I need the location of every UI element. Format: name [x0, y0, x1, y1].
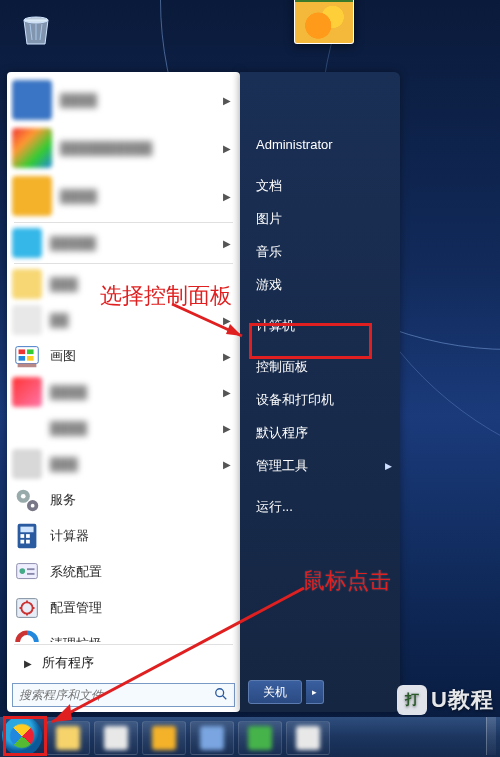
jump-list-arrow-icon: ▶: [221, 387, 233, 398]
right-item-run[interactable]: 运行...: [240, 490, 400, 523]
recycle-bin[interactable]: [12, 8, 60, 60]
right-item-label: 管理工具: [256, 457, 308, 475]
program-item-9[interactable]: ███▶: [10, 446, 237, 482]
right-item-admin-tools[interactable]: 管理工具▶: [240, 449, 400, 482]
program-label: ███: [50, 457, 213, 472]
shutdown-options-arrow[interactable]: ▸: [306, 680, 324, 704]
svg-point-26: [216, 688, 224, 696]
right-item-computer[interactable]: 计算机: [240, 309, 400, 342]
taskbar-item-app-5[interactable]: [238, 721, 282, 755]
program-item-0[interactable]: ████▶: [10, 76, 237, 124]
start-menu-left-pane: ████▶██████████▶████▶█████▶█████▶画图▶████…: [7, 72, 240, 712]
program-item-5[interactable]: ██▶: [10, 302, 237, 338]
svg-rect-4: [19, 356, 26, 361]
right-item-label: 游戏: [256, 276, 282, 294]
taskbar-icon: [56, 726, 80, 750]
program-item-6[interactable]: 画图▶: [10, 338, 237, 374]
search-input[interactable]: [19, 688, 214, 702]
search-box[interactable]: [12, 683, 235, 707]
program-label: 服务: [50, 491, 233, 509]
shutdown-label: 关机: [263, 684, 287, 701]
svg-point-10: [31, 504, 35, 508]
program-item-11[interactable]: 计算器: [10, 518, 237, 554]
watermark: 打 U教程: [397, 685, 494, 715]
right-item-label: 运行...: [256, 498, 293, 516]
right-item-pictures[interactable]: 图片: [240, 202, 400, 235]
program-label: 画图: [50, 347, 213, 365]
program-label: ████: [50, 421, 213, 436]
right-item-games[interactable]: 游戏: [240, 268, 400, 301]
jump-list-arrow-icon: ▶: [221, 95, 233, 106]
username-label: Administrator: [256, 137, 333, 152]
triangle-icon: ▶: [24, 658, 32, 669]
program-label: ███: [50, 277, 233, 292]
taskbar-item-app-6[interactable]: [286, 721, 330, 755]
program-label: ████: [50, 385, 213, 400]
program-item-14[interactable]: 清理垃圾: [10, 626, 237, 642]
start-menu: ████▶██████████▶████▶█████▶█████▶画图▶████…: [7, 72, 400, 722]
program-label: 配置管理: [50, 599, 233, 617]
program-label: 计算器: [50, 527, 233, 545]
svg-line-27: [223, 695, 227, 699]
show-desktop-button[interactable]: [486, 717, 496, 755]
program-icon: [12, 377, 42, 407]
svg-rect-16: [26, 540, 30, 544]
program-list: ████▶██████████▶████▶█████▶█████▶画图▶████…: [10, 76, 237, 642]
svg-rect-20: [27, 573, 35, 575]
taskbar: [0, 717, 500, 757]
right-item-documents[interactable]: 文档: [240, 169, 400, 202]
watermark-badge: 打: [397, 685, 427, 715]
program-item-8[interactable]: ████▶: [10, 410, 237, 446]
right-item-label: 设备和打印机: [256, 391, 334, 409]
user-avatar[interactable]: [294, 0, 354, 44]
program-label: ████: [60, 189, 213, 204]
program-item-7[interactable]: ████▶: [10, 374, 237, 410]
program-item-10[interactable]: 服务: [10, 482, 237, 518]
jump-list-arrow-icon: ▶: [221, 315, 233, 326]
taskbar-item-app-3[interactable]: [142, 721, 186, 755]
program-icon: [12, 593, 42, 623]
program-item-2[interactable]: ████▶: [10, 172, 237, 220]
program-icon: [12, 305, 42, 335]
svg-rect-12: [20, 527, 33, 533]
svg-rect-5: [27, 356, 34, 361]
program-icon: [12, 413, 42, 443]
account-name[interactable]: Administrator: [240, 128, 400, 161]
svg-rect-13: [20, 534, 24, 538]
shutdown-button[interactable]: 关机: [248, 680, 302, 704]
taskbar-item-explorer[interactable]: [46, 721, 90, 755]
program-icon: [12, 341, 42, 371]
program-item-12[interactable]: 系统配置: [10, 554, 237, 590]
program-icon: [12, 557, 42, 587]
program-icon: [12, 128, 52, 168]
program-icon: [12, 449, 42, 479]
right-item-label: 音乐: [256, 243, 282, 261]
right-item-music[interactable]: 音乐: [240, 235, 400, 268]
program-item-3[interactable]: █████▶: [10, 225, 237, 261]
taskbar-item-app-4[interactable]: [190, 721, 234, 755]
right-item-label: 默认程序: [256, 424, 308, 442]
all-programs[interactable]: ▶ 所有程序: [10, 647, 237, 679]
program-item-13[interactable]: 配置管理: [10, 590, 237, 626]
separator: [14, 644, 233, 645]
svg-point-18: [20, 568, 26, 574]
right-item-default-programs[interactable]: 默认程序: [240, 416, 400, 449]
search-row: [10, 679, 237, 709]
svg-rect-1: [16, 347, 39, 364]
jump-list-arrow-icon: ▶: [221, 351, 233, 362]
svg-rect-15: [20, 540, 24, 544]
program-label: ██████████: [60, 141, 213, 156]
program-item-4[interactable]: ███: [10, 266, 237, 302]
taskbar-icon: [152, 726, 176, 750]
program-label: █████: [50, 236, 213, 251]
program-item-1[interactable]: ██████████▶: [10, 124, 237, 172]
start-button[interactable]: [2, 716, 42, 756]
right-item-control-panel[interactable]: 控制面板: [240, 350, 400, 383]
svg-rect-6: [18, 364, 37, 368]
jump-list-arrow-icon: ▶: [221, 143, 233, 154]
svg-point-8: [21, 494, 26, 499]
program-icon: [12, 228, 42, 258]
right-item-devices-printers[interactable]: 设备和打印机: [240, 383, 400, 416]
shutdown-area: 关机 ▸: [240, 674, 400, 712]
taskbar-item-app-2[interactable]: [94, 721, 138, 755]
